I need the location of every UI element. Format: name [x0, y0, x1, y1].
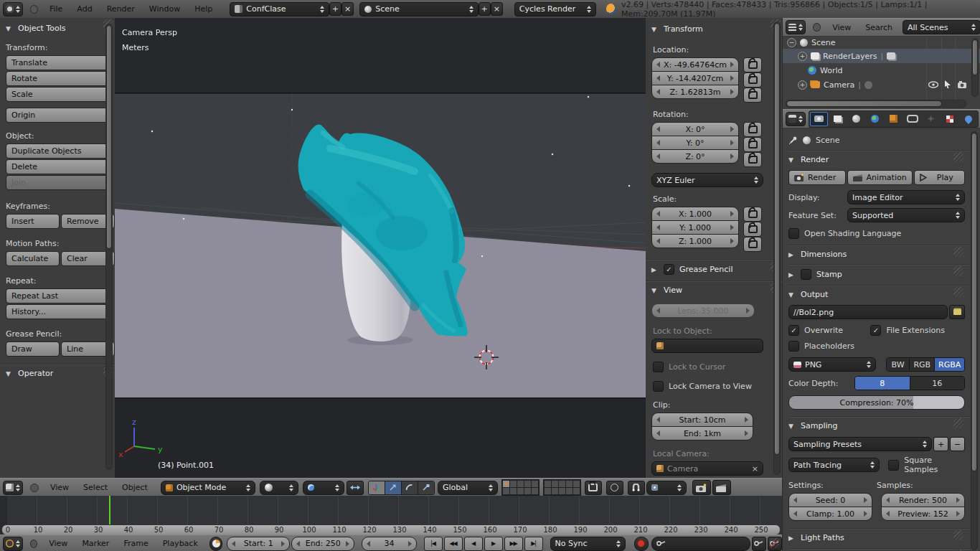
viewport-shading-selector[interactable] — [260, 481, 298, 495]
menu-file[interactable]: File — [42, 4, 70, 14]
tab-object[interactable] — [885, 112, 903, 126]
operator-panel-header[interactable]: ▼ Operator — [0, 364, 115, 378]
lock-scale-z-button[interactable] — [743, 237, 762, 252]
feature-set-selector[interactable]: Supported — [847, 208, 965, 222]
compression-slider[interactable]: Compression: 70% — [788, 395, 965, 410]
collapse-menus-icon[interactable] — [30, 5, 38, 14]
rotate-button[interactable]: Rotate — [6, 71, 112, 86]
view-panel-header[interactable]: ▼ View — [646, 281, 782, 295]
tab-constraints[interactable] — [903, 112, 921, 126]
editor-type-outliner-button[interactable] — [786, 20, 806, 34]
osl-row[interactable]: Open Shading Language — [788, 228, 965, 239]
location-x-field[interactable]: X: -49.64764cm — [651, 57, 739, 72]
lock-rotation-x-button[interactable] — [743, 122, 762, 137]
npanel-scrollbar[interactable] — [773, 22, 781, 475]
panel-drag-grip[interactable] — [953, 530, 963, 540]
timeline-menu-marker[interactable]: Marker — [75, 539, 116, 548]
rgb-toggle[interactable]: RGB — [910, 358, 935, 371]
rotate-manipulator-button[interactable] — [401, 481, 418, 494]
scale-x-field[interactable]: X: 1.000 — [651, 207, 739, 221]
translate-manipulator-button[interactable] — [385, 481, 401, 494]
view3d-menu-view[interactable]: View — [43, 483, 76, 492]
display-selector[interactable]: Image Editor — [847, 190, 965, 204]
collapse-menus-icon[interactable] — [30, 484, 39, 492]
playhead[interactable] — [109, 496, 110, 524]
menu-add[interactable]: Add — [70, 4, 99, 14]
collapse-menus-icon[interactable] — [30, 540, 37, 548]
outliner-item-camera[interactable]: + Camera | — [783, 77, 980, 92]
auto-keyframe-button[interactable] — [634, 537, 649, 551]
grease-draw-button[interactable]: Draw — [6, 342, 60, 357]
frame-end-field[interactable]: End: 250 — [291, 537, 354, 551]
show-seconds-button[interactable] — [209, 537, 223, 551]
hide-eye-icon[interactable] — [928, 81, 938, 88]
npanel-scrollbar-thumb[interactable] — [774, 23, 780, 455]
frame-start-field[interactable]: Start: 1 — [227, 537, 290, 551]
properties-scrollbar[interactable] — [971, 131, 978, 550]
play-button[interactable]: ▶ — [484, 537, 503, 551]
tab-render-layers[interactable] — [829, 112, 847, 126]
lens-field[interactable]: Lens: 35.000 — [651, 303, 755, 318]
editor-type-info-button[interactable] — [3, 2, 23, 17]
tab-physics[interactable] — [959, 112, 977, 126]
dimensions-panel-header[interactable]: ▶Dimensions — [788, 245, 965, 259]
outliner-hscrollbar-thumb[interactable] — [786, 100, 942, 107]
render-restrict-camera-icon[interactable] — [957, 80, 967, 88]
menu-window[interactable]: Window — [142, 4, 187, 14]
square-samples-row[interactable]: Square Samples — [888, 456, 965, 474]
viewport-3d[interactable]: z y x Camera Persp Meters (34) Point.001 — [115, 18, 646, 478]
timeline-menu-frame[interactable]: Frame — [116, 539, 155, 548]
keying-set-field[interactable] — [651, 537, 750, 551]
object-tools-panel-header[interactable]: ▼ Object Tools — [0, 18, 115, 33]
play-rendered-button[interactable]: Play — [914, 170, 965, 185]
browse-folder-button[interactable] — [949, 305, 965, 319]
jump-to-end-button[interactable]: ▶| — [524, 537, 543, 551]
next-keyframe-button[interactable]: ▶▶ — [504, 537, 523, 551]
grease-pencil-panel-header[interactable]: ▶ ✓ Grease Pencil — [646, 260, 782, 275]
tab-world[interactable] — [866, 112, 884, 126]
history-button[interactable]: History... — [6, 304, 112, 319]
opengl-render-animation-button[interactable] — [712, 480, 731, 495]
lock-to-scene-button[interactable] — [585, 481, 602, 495]
view3d-menu-select[interactable]: Select — [76, 483, 115, 492]
lock-scale-x-button[interactable] — [743, 207, 762, 222]
proportional-edit-button[interactable] — [606, 481, 623, 495]
menu-help[interactable]: Help — [187, 4, 220, 14]
lock-scale-y-button[interactable] — [743, 222, 762, 237]
scene-selector[interactable]: Scene — [359, 2, 478, 17]
lock-to-cursor-checkbox[interactable] — [653, 362, 664, 372]
add-preset-button[interactable]: + — [933, 437, 948, 451]
selectable-arrow-icon[interactable] — [944, 80, 951, 89]
render-panel-header[interactable]: ▼ Render — [788, 151, 965, 164]
outliner-vscrollbar-thumb[interactable] — [972, 39, 978, 75]
current-frame-field[interactable]: 34 — [362, 537, 416, 551]
duplicate-objects-button[interactable]: Duplicate Objects — [6, 143, 112, 159]
lock-location-y-button[interactable] — [743, 72, 762, 88]
scale-y-field[interactable]: Y: 1.000 — [651, 220, 739, 235]
clip-end-field[interactable]: End: 1km — [651, 426, 753, 441]
toolshelf-scrollbar[interactable] — [105, 24, 113, 470]
screen-layout-selector[interactable]: ConfClase — [230, 2, 329, 17]
rgba-toggle[interactable]: RGBA — [935, 358, 964, 371]
render-engine-selector[interactable]: Cycles Render — [514, 2, 596, 17]
delete-button[interactable]: Delete — [6, 159, 112, 174]
clamp-field[interactable]: Clamp: 1.00 — [788, 507, 872, 521]
depth-8-toggle[interactable]: 8 — [855, 377, 910, 390]
outliner-item-renderlayers[interactable]: + RenderLayers | — [783, 49, 980, 63]
tab-scene[interactable] — [847, 112, 865, 126]
join-button[interactable]: Join — [6, 175, 112, 190]
placeholders-checkbox[interactable] — [788, 341, 799, 352]
lock-rotation-y-button[interactable] — [743, 137, 762, 152]
stamp-checkbox[interactable] — [801, 269, 811, 280]
snap-element-selector[interactable] — [646, 481, 687, 495]
timeline-hscrollbar[interactable]: 0 10 20 30 40 50 60 70 80 90 100 110 120… — [1, 524, 781, 535]
lock-camera-row[interactable]: Lock Camera to View — [653, 381, 782, 392]
tab-modifiers[interactable] — [922, 112, 940, 126]
overwrite-checkbox[interactable]: ✓ — [788, 325, 799, 336]
transform-orientation-selector[interactable]: Global — [438, 481, 498, 495]
delete-scene-button[interactable]: × — [491, 2, 503, 16]
outliner-item-scene[interactable]: − Scene — [783, 37, 980, 49]
outliner-menu-search[interactable]: Search — [858, 23, 900, 32]
editor-type-timeline-button[interactable] — [3, 537, 23, 551]
overwrite-row[interactable]: ✓ Overwrite — [788, 325, 870, 336]
